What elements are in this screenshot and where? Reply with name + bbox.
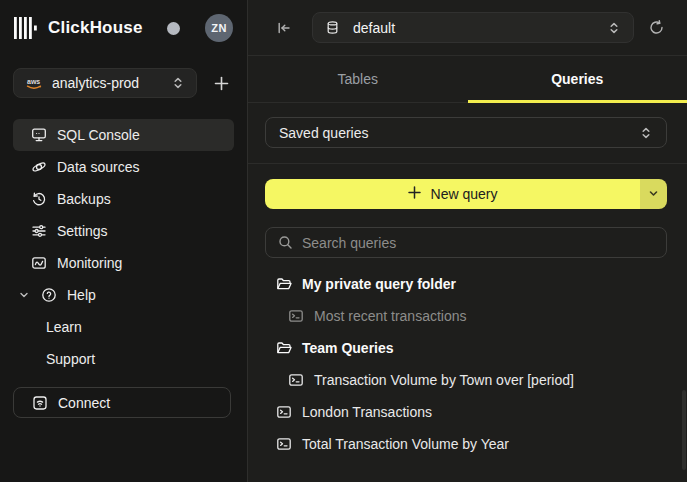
- sidebar-item-support[interactable]: Support: [13, 343, 234, 375]
- settings-icon: [31, 223, 47, 239]
- clickhouse-logo-icon: [14, 17, 39, 39]
- tab-bar: Tables Queries: [248, 56, 687, 103]
- divider: [248, 163, 687, 164]
- terminal-icon: [276, 436, 292, 452]
- brand-row: ClickHouse ZN: [0, 0, 247, 56]
- query-folder-label: Team Queries: [302, 340, 394, 356]
- new-query-split-button: New query: [265, 179, 667, 209]
- query-folder[interactable]: My private query folder: [248, 268, 687, 300]
- tab-tables[interactable]: Tables: [248, 56, 468, 102]
- sidebar-item-settings[interactable]: Settings: [13, 215, 234, 247]
- sidebar-item-label: Monitoring: [57, 255, 122, 271]
- terminal-icon: [288, 308, 304, 324]
- saved-queries-selector[interactable]: Saved queries: [265, 117, 667, 148]
- sidebar-item-label: Data sources: [57, 159, 139, 175]
- app-window: ClickHouse ZN aws analytics-prod: [0, 0, 687, 482]
- scrollbar-thumb[interactable]: [682, 390, 686, 470]
- sidebar-item-help[interactable]: Help: [13, 279, 234, 311]
- panel-header: default: [248, 0, 687, 56]
- backups-icon: [31, 191, 47, 207]
- updown-chevron-icon: [170, 75, 186, 91]
- tab-label: Queries: [551, 71, 603, 87]
- search-icon: [278, 235, 293, 250]
- query-item[interactable]: Transaction Volume by Town over [period]: [248, 364, 687, 396]
- help-icon: [41, 287, 57, 303]
- add-service-button[interactable]: [209, 71, 233, 95]
- query-item[interactable]: London Transactions: [248, 396, 687, 428]
- sidebar-item-monitoring[interactable]: Monitoring: [13, 247, 234, 279]
- sidebar-item-learn[interactable]: Learn: [13, 311, 234, 343]
- search-queries-box: [265, 227, 667, 258]
- query-folder[interactable]: Team Queries: [248, 332, 687, 364]
- query-item-label: Most recent transactions: [314, 308, 467, 324]
- connect-button-label: Connect: [58, 395, 110, 411]
- sidebar-item-sql-console[interactable]: SQL Console: [13, 119, 234, 151]
- tab-label: Tables: [338, 71, 378, 87]
- query-folder-label: My private query folder: [302, 276, 456, 292]
- database-selector-value: default: [353, 20, 594, 36]
- plus-icon: [408, 186, 421, 202]
- sidebar-item-label: SQL Console: [57, 127, 140, 143]
- sidebar-nav: SQL Console Data sources: [0, 119, 247, 375]
- query-item[interactable]: Total Transaction Volume by Year: [248, 428, 687, 460]
- svg-text:aws: aws: [27, 78, 40, 85]
- query-tree: My private query folder Most recent tran…: [248, 268, 687, 460]
- refresh-icon[interactable]: [646, 17, 667, 38]
- sidebar-item-label: Learn: [46, 319, 82, 335]
- sidebar-item-backups[interactable]: Backups: [13, 183, 234, 215]
- updown-chevron-icon: [638, 125, 654, 141]
- service-row: aws analytics-prod: [13, 68, 233, 98]
- monitoring-icon: [31, 255, 47, 271]
- service-selector[interactable]: aws analytics-prod: [13, 68, 197, 98]
- data-sources-icon: [31, 159, 47, 175]
- new-query-button-label: New query: [431, 186, 498, 202]
- query-item[interactable]: Most recent transactions: [248, 300, 687, 332]
- search-queries-input[interactable]: [302, 235, 654, 251]
- folder-open-icon: [276, 276, 292, 292]
- tab-queries[interactable]: Queries: [468, 56, 687, 102]
- sidebar-item-label: Help: [67, 287, 96, 303]
- sidebar-item-label: Settings: [57, 223, 108, 239]
- folder-open-icon: [276, 340, 292, 356]
- sidebar-item-label: Backups: [57, 191, 111, 207]
- right-panel: default Tables Queries: [247, 0, 687, 482]
- new-query-dropdown-button[interactable]: [640, 179, 667, 209]
- collapse-left-icon[interactable]: [274, 18, 294, 38]
- avatar[interactable]: ZN: [205, 14, 233, 42]
- query-item-label: Total Transaction Volume by Year: [302, 436, 509, 452]
- status-dot: [167, 22, 180, 35]
- new-query-button[interactable]: New query: [265, 179, 640, 209]
- sidebar-item-label: Support: [46, 351, 95, 367]
- aws-logo-icon: aws: [25, 77, 43, 90]
- chevron-down-icon: [17, 290, 31, 300]
- connect-icon: [32, 395, 48, 411]
- database-selector[interactable]: default: [312, 12, 634, 43]
- query-item-label: Transaction Volume by Town over [period]: [314, 372, 574, 388]
- service-selector-value: analytics-prod: [52, 75, 161, 91]
- connect-button[interactable]: Connect: [13, 387, 231, 418]
- sidebar: ClickHouse ZN aws analytics-prod: [0, 0, 247, 482]
- updown-chevron-icon: [606, 20, 622, 36]
- saved-queries-selector-value: Saved queries: [279, 125, 638, 141]
- database-icon: [325, 20, 341, 36]
- query-item-label: London Transactions: [302, 404, 432, 420]
- terminal-icon: [276, 404, 292, 420]
- sql-console-icon: [31, 127, 47, 143]
- chevron-down-icon: [648, 187, 659, 202]
- sidebar-item-data-sources[interactable]: Data sources: [13, 151, 234, 183]
- brand-title: ClickHouse: [48, 18, 143, 38]
- terminal-icon: [288, 372, 304, 388]
